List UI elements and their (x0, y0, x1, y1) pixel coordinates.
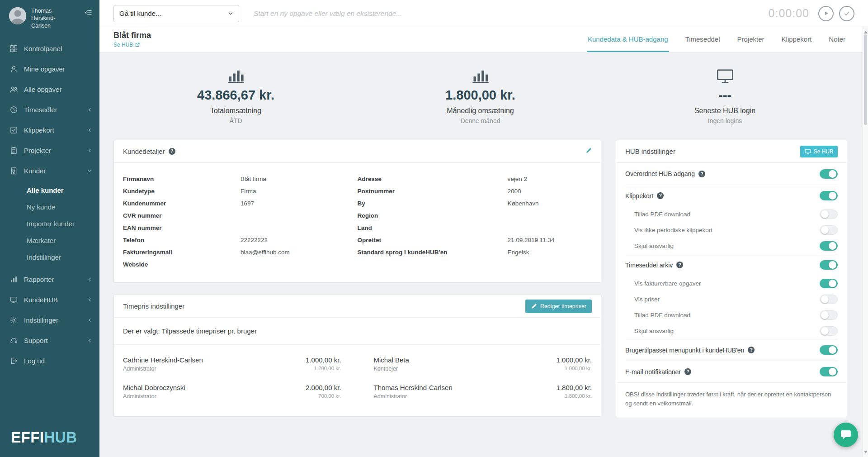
detail-label: By (358, 200, 508, 207)
tab-projekter[interactable]: Projekter (736, 27, 765, 52)
sidebar-subitem-maerkater[interactable]: Mærkater (0, 232, 99, 249)
tab-timeseddel[interactable]: Timeseddel (684, 27, 721, 52)
scroll-up-arrow[interactable] (864, 28, 868, 33)
sidebar-item-support[interactable]: Support (0, 330, 99, 351)
stat-sublabel: Denne måned (358, 117, 603, 124)
user-rate-secondary: 1.200,00 kr. (306, 366, 341, 371)
detail-row: Telefon22222222 (123, 234, 358, 246)
hub-setting-row: Klippekort (625, 185, 838, 206)
card-header: HUB indstillinger Se HUB (616, 140, 847, 163)
help-icon[interactable] (684, 368, 691, 375)
toggle-switch[interactable] (820, 209, 838, 219)
stat-seneste-hub-login: --- Seneste HUB login Ingen logins (603, 68, 847, 124)
avatar[interactable] (9, 7, 26, 24)
sidebar-item-indstillinger[interactable]: Indstillinger (0, 310, 99, 330)
help-icon[interactable] (169, 148, 175, 155)
detail-label: EAN nummer (123, 224, 241, 231)
setting-label: Tillad PDF download (634, 312, 690, 319)
building-icon (10, 167, 18, 175)
pencil-icon (531, 303, 537, 309)
scrollbar[interactable] (863, 27, 868, 457)
edit-hourly-rates-button[interactable]: Rediger timepriser (525, 300, 592, 313)
sidebar-item-klippekort[interactable]: Klippekort (0, 120, 99, 140)
detail-row: EAN nummer (123, 222, 358, 234)
sidebar-item-label: Timesedler (24, 106, 57, 114)
sidebar-item-kunder[interactable]: Kunder (0, 161, 99, 181)
help-icon[interactable] (698, 171, 705, 177)
tab-kundedata-hub-adgang[interactable]: Kundedata & HUB-adgang (587, 27, 669, 52)
toggle-switch[interactable] (820, 295, 838, 304)
toggle-switch[interactable] (820, 241, 838, 251)
sidebar-subitem-ny-kunde[interactable]: Ny kunde (0, 199, 99, 215)
tab-klippekort[interactable]: Klippekort (781, 27, 813, 52)
help-icon[interactable] (748, 347, 755, 353)
sidebar-item-rapporter[interactable]: Rapporter (0, 269, 99, 290)
detail-row: Faktureringsmailblaa@effihub.com (123, 246, 358, 258)
hub-settings-list: Overordnet HUB adgang Klippekort Tillad … (616, 163, 847, 382)
detail-label: Region (358, 212, 508, 219)
toggle-switch[interactable] (820, 225, 838, 235)
toggle-switch[interactable] (820, 279, 838, 288)
gear-icon (10, 316, 18, 324)
collapse-sidebar-icon[interactable] (85, 7, 92, 18)
hub-setting-row: Vis fakturerbare opgaver (625, 276, 838, 291)
toggle-switch[interactable] (820, 367, 838, 376)
user-name: Thomas Herskind-Carlsen (374, 384, 453, 391)
card-title: Kundedetaljer (123, 148, 175, 155)
logo: EFFIHUB (0, 429, 99, 457)
detail-row: Adressevejen 2 (358, 173, 592, 185)
hub-setting-row: Overordnet HUB adgang (625, 163, 838, 185)
user-rate: 1.000,00 kr. (557, 356, 592, 364)
start-timer-button[interactable] (818, 6, 834, 21)
sidebar-item-alle-opgaver[interactable]: Alle opgaver (0, 79, 99, 100)
stat-label: Totalomsætning (113, 107, 358, 115)
detail-row: FirmanavnBlåt firma (123, 173, 358, 185)
sidebar-subitem-indstillinger[interactable]: Indstillinger (0, 249, 99, 266)
toggle-switch[interactable] (820, 310, 838, 320)
detail-label: Telefon (123, 237, 241, 243)
setting-label: Klippekort (625, 192, 653, 200)
tab-noter[interactable]: Noter (828, 27, 846, 52)
detail-label: Firmanavn (123, 176, 241, 182)
sidebar-item-kontrolpanel[interactable]: Kontrolpanel (0, 38, 99, 59)
sidebar-item-timesedler[interactable]: Timesedler (0, 100, 99, 120)
hub-setting-row: Vis priser (625, 291, 838, 307)
hub-setting-row: Skjul ansvarlig (625, 238, 838, 254)
toggle-switch[interactable] (820, 169, 838, 179)
toggle-switch[interactable] (820, 345, 838, 355)
chevron-left-icon (87, 338, 92, 343)
sidebar-item-log-ud[interactable]: Log ud (0, 351, 99, 371)
se-hub-link[interactable]: Se HUB (113, 42, 140, 48)
sidebar-item-projekter[interactable]: Projekter (0, 140, 99, 161)
toggle-switch[interactable] (820, 191, 838, 200)
sidebar-item-kundehub[interactable]: KundeHUB (0, 290, 99, 310)
se-hub-button[interactable]: Se HUB (800, 146, 838, 157)
sidebar-subitem-importer-kunder[interactable]: Importer kunder (0, 215, 99, 232)
complete-task-button[interactable] (839, 6, 854, 21)
help-icon[interactable] (676, 262, 683, 268)
scrollbar-thumb[interactable] (864, 34, 867, 125)
chat-widget-button[interactable] (834, 423, 858, 447)
stats-row: 43.866,67 kr. Totalomsætning ÅTD 1.800,0… (113, 52, 847, 140)
monitor-icon (716, 68, 735, 86)
logo-effi: EFFI (11, 429, 44, 446)
scroll-down-arrow[interactable] (864, 451, 868, 456)
sidebar-subitem-alle-kunder[interactable]: Alle kunder (0, 182, 99, 199)
customer-select[interactable]: Gå til kunde... (113, 5, 239, 22)
detail-label: Adresse (358, 176, 508, 182)
sidebar-item-mine-opgaver[interactable]: Mine opgaver (0, 59, 99, 79)
toggle-switch[interactable] (820, 326, 838, 336)
setting-label: E-mail notifikationer (625, 368, 681, 376)
help-icon[interactable] (657, 192, 664, 199)
tabs: Kundedata & HUB-adgang Timeseddel Projek… (587, 27, 846, 52)
bar-chart-icon (226, 68, 245, 86)
customer-details-card: Kundedetaljer FirmanavnBlåt firma Kundet… (113, 140, 601, 283)
chevron-down-icon (228, 11, 233, 16)
edit-customer-details-button[interactable] (585, 148, 592, 155)
sidebar-item-label: Indstillinger (24, 316, 58, 324)
setting-label: Tillad PDF download (634, 211, 690, 218)
toggle-switch[interactable] (820, 260, 838, 270)
detail-row: ByKøbenhavn (358, 197, 592, 209)
task-input[interactable] (254, 10, 760, 18)
hub-setting-row: Vis ikke periodiske klippekort (625, 222, 838, 238)
